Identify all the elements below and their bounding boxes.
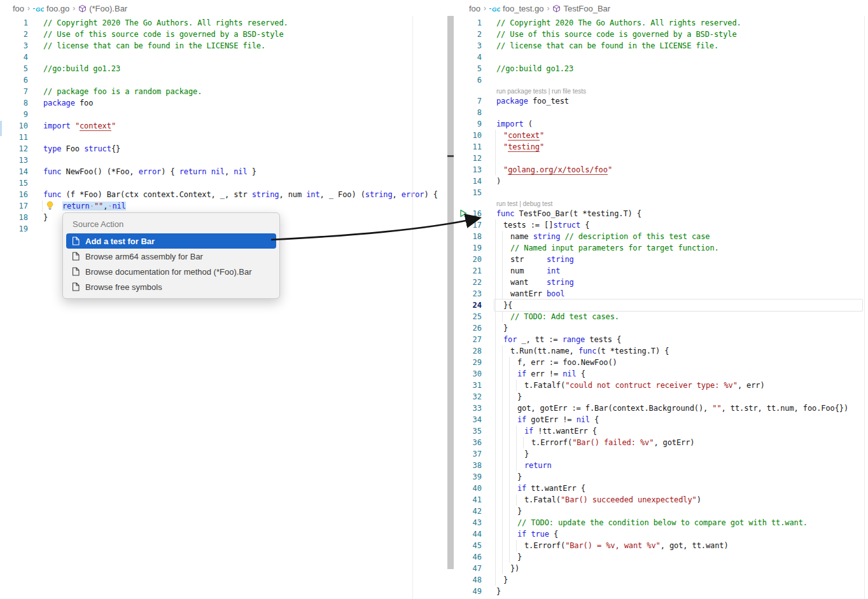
code-line[interactable]: 9 — [0, 109, 453, 120]
code-line[interactable]: 1// Copyright 2020 The Go Authors. All r… — [454, 17, 868, 29]
code-line[interactable]: 14) — [454, 176, 868, 187]
code-line[interactable]: 12type Foo struct{} — [0, 143, 453, 155]
code-line[interactable]: 33got, gotErr := f.Bar(context.Backgroun… — [454, 403, 868, 414]
code-line[interactable]: 14func NewFoo() (*Foo, error) { return n… — [0, 166, 453, 177]
code-token: , — [225, 167, 234, 176]
code-line[interactable]: 35if !tt.wantErr { — [454, 425, 868, 437]
run-test-icon[interactable] — [459, 209, 467, 220]
code-line[interactable]: 13"golang.org/x/tools/foo" — [454, 164, 868, 176]
code-line[interactable]: 3// license that can be found in the LIC… — [0, 40, 453, 52]
code-token: ) — [496, 177, 501, 186]
code-line[interactable]: 11"testing" — [454, 141, 868, 153]
code-token: "Bar() failed: %v" — [572, 438, 654, 447]
codelens-separator: | — [547, 88, 552, 95]
code-line[interactable]: 39} — [454, 471, 868, 483]
code-line[interactable]: 45t.Errorf("Bar() = %v, want %v", got, t… — [454, 540, 868, 551]
code-editor[interactable]: 1// Copyright 2020 The Go Authors. All r… — [454, 17, 868, 597]
code-line[interactable]: 4 — [0, 52, 453, 63]
menu-item-browse-documentation-for-method-[interactable]: Browse documentation for method (*Foo).B… — [66, 264, 276, 279]
breadcrumb-segment[interactable]: TestFoo_Bar — [552, 4, 610, 13]
line-number: 3 — [454, 40, 482, 52]
code-line[interactable]: 2// Use of this source code is governed … — [454, 29, 868, 40]
code-line[interactable]: 11 — [0, 132, 453, 143]
code-line[interactable]: 23wantErr bool — [454, 288, 868, 300]
code-line[interactable]: 29f, err := foo.NewFoo() — [454, 357, 868, 368]
code-line[interactable]: 2// Use of this source code is governed … — [0, 29, 453, 40]
code-line[interactable]: 17tests := []struct { — [454, 219, 868, 231]
breadcrumb-segment[interactable]: GOfoo_test.go — [489, 4, 543, 13]
code-line[interactable]: 36t.Errorf("Bar() failed: %v", gotErr) — [454, 437, 868, 448]
code-line[interactable]: 24}{ — [454, 300, 868, 311]
indent-guide — [495, 574, 496, 586]
code-line[interactable]: 20str string — [454, 254, 868, 265]
code-line[interactable]: 44if true { — [454, 528, 868, 540]
code-line[interactable]: 6 — [0, 74, 453, 86]
code-line[interactable]: 19// Named input parameters for target f… — [454, 242, 868, 254]
code-line[interactable]: 13 — [0, 155, 453, 166]
code-line[interactable]: 18name string // description of this tes… — [454, 231, 868, 242]
code-token — [71, 121, 75, 130]
pane-divider-scrollbar[interactable] — [447, 16, 454, 569]
code-line[interactable]: 21num int — [454, 265, 868, 277]
code-line[interactable]: 16func TestFoo_Bar(t *testing.T) { — [454, 208, 868, 219]
code-line[interactable]: 3// license that can be found in the LIC… — [454, 40, 868, 52]
code-line[interactable]: 8package foo — [0, 97, 453, 109]
code-line[interactable]: 34if gotErr != nil { — [454, 414, 868, 425]
code-line[interactable]: 46} — [454, 551, 868, 563]
code-line[interactable]: 28t.Run(tt.name, func(t *testing.T) { — [454, 345, 868, 357]
codelens-link[interactable]: run file tests — [552, 88, 586, 95]
code-line[interactable]: 42} — [454, 506, 868, 517]
breadcrumb-segment[interactable]: (*Foo).Bar — [78, 4, 127, 13]
code-line[interactable]: 22want string — [454, 277, 868, 288]
code-line[interactable]: 16func (f *Foo) Bar(ctx context.Context,… — [0, 189, 453, 200]
svg-text:GO: GO — [36, 5, 44, 12]
code-line[interactable]: 31t.Fatalf("could not contruct receiver … — [454, 380, 868, 391]
code-line[interactable]: 10"context" — [454, 130, 868, 141]
codelens-link[interactable]: run test — [496, 200, 517, 207]
code-token: if — [517, 369, 526, 378]
code-line[interactable]: 4 — [454, 52, 868, 63]
line-number: 8 — [454, 107, 482, 118]
code-line[interactable]: 27for _, tt := range tests { — [454, 334, 868, 345]
code-line[interactable]: 49} — [454, 586, 868, 597]
code-line[interactable]: 5//go:build go1.23 — [454, 63, 868, 74]
code-line[interactable]: 1// Copyright 2020 The Go Authors. All r… — [0, 17, 453, 29]
code-token: } — [524, 450, 529, 458]
menu-item-browse-free-symbols[interactable]: Browse free symbols — [66, 279, 276, 294]
code-line[interactable]: 37} — [454, 448, 868, 460]
code-line[interactable]: 15 — [0, 177, 453, 189]
code-line[interactable]: 6 — [454, 74, 868, 86]
breadcrumb-segment[interactable]: GOfoo.go — [33, 4, 69, 13]
code-line[interactable]: 5//go:build go1.23 — [0, 63, 453, 74]
code-line[interactable]: 30if err != nil { — [454, 368, 868, 380]
indent-guide — [495, 517, 496, 528]
breadcrumb-segment[interactable]: foo — [13, 4, 24, 13]
code-line[interactable]: 41t.Fatal("Bar() succeeded unexpectedly"… — [454, 494, 868, 506]
code-line[interactable]: 8 — [454, 107, 868, 118]
left-editor-pane[interactable]: foo›GOfoo.go›(*Foo).Bar 1// Copyright 20… — [0, 0, 453, 599]
code-line[interactable]: 26} — [454, 322, 868, 334]
code-token: //go:build go1.23 — [43, 64, 120, 73]
code-editor[interactable]: 1// Copyright 2020 The Go Authors. All r… — [0, 17, 453, 235]
code-line[interactable]: 17return·"",·nil — [0, 200, 453, 212]
breadcrumb-segment[interactable]: foo — [469, 4, 480, 13]
code-line[interactable]: 38return — [454, 460, 868, 471]
right-editor-pane[interactable]: foo›GOfoo_test.go›TestFoo_Bar 1// Copyri… — [454, 0, 868, 599]
code-line[interactable]: 47}) — [454, 563, 868, 574]
code-line[interactable]: 9import ( — [454, 118, 868, 130]
code-line[interactable]: 48} — [454, 574, 868, 586]
menu-item-browse-arm64-assembly-for-bar[interactable]: Browse arm64 assembly for Bar — [66, 249, 276, 264]
code-line[interactable]: 10import "context" — [0, 120, 453, 132]
code-line[interactable]: 43// TODO: update the condition below to… — [454, 517, 868, 528]
codelens-link[interactable]: run package tests — [496, 88, 547, 95]
codelens-link[interactable]: debug test — [523, 200, 553, 207]
code-line[interactable]: 7package foo_test — [454, 95, 868, 107]
code-line[interactable]: 12 — [454, 153, 868, 164]
code-line[interactable]: 40if tt.wantErr { — [454, 483, 868, 494]
code-line[interactable]: 7// package foo is a random package. — [0, 86, 453, 97]
code-line[interactable]: 25// TODO: Add test cases. — [454, 311, 868, 322]
code-line[interactable]: 15 — [454, 187, 868, 198]
code-line[interactable]: 32} — [454, 391, 868, 403]
codelens-separator: | — [517, 200, 522, 207]
menu-item-add-a-test-for-bar[interactable]: Add a test for Bar — [66, 233, 276, 249]
